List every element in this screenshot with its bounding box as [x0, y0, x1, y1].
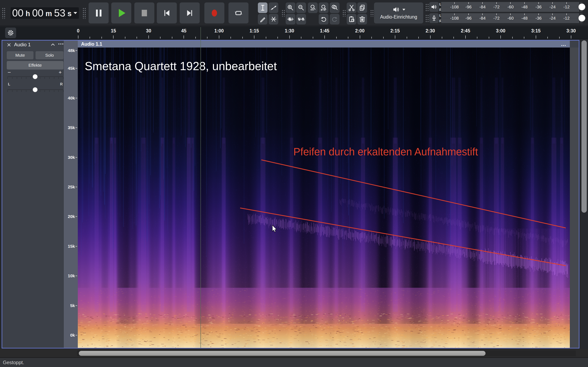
- slider-tick: [49, 77, 50, 79]
- copy-button[interactable]: [357, 2, 367, 13]
- timeline-label: 1:15: [250, 28, 259, 34]
- trim-outside-selection-button[interactable]: [286, 14, 295, 25]
- collapse-track-icon[interactable]: [51, 43, 55, 47]
- mute-button[interactable]: Mute: [7, 51, 34, 59]
- track-title[interactable]: Audio 1: [14, 42, 31, 48]
- close-track-icon[interactable]: [7, 43, 11, 47]
- playback-volume-slider[interactable]: [579, 3, 585, 10]
- pan-slider-thumb[interactable]: [33, 87, 38, 92]
- freq-tick: [76, 157, 77, 158]
- timeline-tick: [407, 37, 407, 39]
- playback-meter[interactable]: -108-96-84-72-60-48-36-24-12: [441, 2, 579, 12]
- timeline-label: 15: [111, 28, 116, 34]
- loop-button[interactable]: [228, 2, 249, 24]
- playback-meter-grip[interactable]: [425, 3, 429, 11]
- meter-scale-tick: [468, 13, 469, 15]
- envelope-tool-button[interactable]: [269, 2, 278, 13]
- zoom-in-button[interactable]: [286, 2, 295, 13]
- clip-title: Audio 1.1: [81, 42, 102, 47]
- paste-button[interactable]: [347, 14, 356, 25]
- record-button[interactable]: [204, 2, 224, 24]
- delete-button[interactable]: [357, 14, 367, 25]
- vertical-scrollbar[interactable]: [580, 39, 588, 349]
- recording-meter-grip[interactable]: [425, 14, 429, 22]
- toolbar-grip[interactable]: [2, 7, 5, 19]
- overlay-title-text: Smetana Quartett 1928, unbearbeitet: [85, 59, 277, 73]
- stop-button[interactable]: [134, 2, 154, 24]
- edit-toolbar-grip[interactable]: [342, 9, 346, 17]
- redo-button[interactable]: [330, 14, 339, 25]
- horizontal-scrollbar-thumb[interactable]: [79, 351, 485, 356]
- microphone-icon: [431, 15, 437, 21]
- setup-toolbar-grip[interactable]: [370, 9, 374, 17]
- slider-tick: [49, 90, 50, 92]
- skip-to-end-icon: [185, 8, 194, 17]
- effects-button[interactable]: Effekte: [7, 61, 63, 69]
- freq-label: 40k: [68, 96, 75, 100]
- track-menu-button[interactable]: …: [58, 39, 64, 46]
- undo-button[interactable]: [319, 14, 329, 25]
- recording-meter-button[interactable]: [429, 13, 439, 23]
- timeline-tick: [360, 35, 360, 39]
- meter-scale-tick: [524, 2, 525, 4]
- spectrogram-view[interactable]: Smetana Quartett 1928, unbearbeitet Pfei…: [78, 48, 570, 348]
- pause-button[interactable]: [89, 2, 109, 24]
- clip-menu-button[interactable]: …: [561, 41, 567, 47]
- timeline-label: 1:30: [285, 28, 294, 34]
- timeline-tick: [547, 37, 548, 39]
- meter-scale-label: -96: [465, 16, 471, 21]
- timeline-tick: [195, 37, 196, 39]
- speaker-icon: [392, 6, 400, 13]
- recording-volume-slider[interactable]: [579, 15, 585, 22]
- time-seconds-unit: s: [67, 8, 71, 18]
- silence-selection-button[interactable]: [296, 14, 306, 25]
- tools-toolbar-grip[interactable]: [281, 9, 285, 17]
- multi-tool-button[interactable]: [269, 14, 278, 25]
- play-button[interactable]: [111, 2, 131, 24]
- time-hours-unit: h: [26, 8, 30, 18]
- chevron-down-icon[interactable]: [73, 12, 77, 14]
- playback-meter-button[interactable]: [429, 2, 439, 12]
- selection-tool-button[interactable]: [258, 2, 268, 13]
- timeline-tick: [477, 37, 477, 39]
- freq-label: 20k: [68, 214, 75, 219]
- timeline-ruler[interactable]: 01530451:001:151:301:452:002:152:302:453…: [0, 26, 588, 39]
- skip-to-start-button[interactable]: [157, 2, 177, 24]
- timeline-options-button[interactable]: [5, 27, 16, 38]
- freq-label: 45k: [68, 66, 75, 71]
- skip-to-end-button[interactable]: [180, 2, 200, 24]
- pan-left-label: L: [8, 82, 10, 86]
- track-control-panel: Audio 1 … Mute Solo Effekte − + L R: [2, 41, 63, 348]
- meter-scale-label: -12: [563, 16, 570, 21]
- slider-tick: [17, 77, 17, 79]
- undo-icon: [320, 16, 327, 23]
- timeline-label: 2:15: [390, 28, 400, 34]
- transport-toolbar-grip[interactable]: [82, 7, 86, 19]
- time-display[interactable]: 00 h 00 m 53 s: [11, 7, 79, 19]
- timeline-label: 1:00: [214, 28, 224, 34]
- timeline-tick: [172, 37, 172, 39]
- solo-button[interactable]: Solo: [35, 51, 63, 59]
- timeline-label: 3:00: [496, 28, 505, 34]
- spectrogram-canvas[interactable]: [78, 48, 570, 348]
- horizontal-scrollbar-track[interactable]: [77, 350, 576, 356]
- gain-slider-thumb[interactable]: [33, 74, 38, 79]
- freq-tick: [76, 187, 77, 187]
- clip-title-bar[interactable]: Audio 1.1 …: [78, 41, 570, 48]
- draw-tool-button[interactable]: [258, 14, 268, 25]
- track-audio-1[interactable]: Audio 1 … Mute Solo Effekte − + L R 48k4…: [2, 40, 579, 349]
- horizontal-scrollbar[interactable]: [0, 349, 588, 358]
- recording-meter[interactable]: -108-96-84-72-60-48-36-24-12: [441, 13, 579, 23]
- status-bar: Gestoppt.: [0, 358, 588, 367]
- trash-icon: [359, 16, 366, 23]
- zoom-toggle-button[interactable]: [330, 2, 339, 13]
- zoom-fit-selection-button[interactable]: [308, 2, 318, 13]
- zoom-out-button[interactable]: [296, 2, 306, 13]
- zoom-fit-project-button[interactable]: [319, 2, 329, 13]
- cut-button[interactable]: [347, 2, 356, 13]
- chevron-down-icon: [402, 9, 405, 11]
- vertical-scrollbar-thumb[interactable]: [581, 40, 587, 213]
- frequency-ruler[interactable]: 48k45k40k35k30k25k20k15k10k5k0k: [63, 41, 78, 348]
- audio-setup-button[interactable]: Audio-Einrichtung: [374, 2, 423, 24]
- freq-tick: [76, 276, 77, 276]
